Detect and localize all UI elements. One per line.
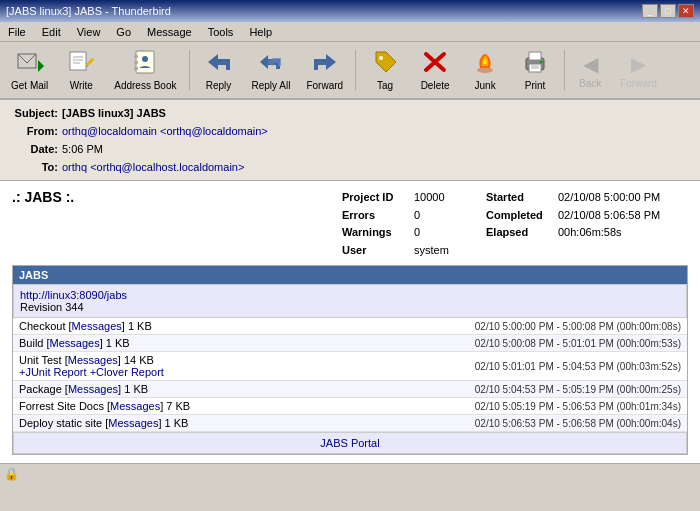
minimize-button[interactable]: _ [642,4,658,18]
table-row: Deploy static site [Messages] 1 KB02/10 … [13,415,687,432]
reply-icon [206,50,232,78]
menu-view[interactable]: View [73,25,105,39]
svg-marker-16 [314,54,336,70]
back-button[interactable]: ◀ Back [570,45,610,95]
titlebar: [JABS linux3] JABS - Thunderbird _ □ ✕ [0,0,700,22]
jabs-url-row: http://linux3:8090/jabs Revision 344 [13,284,687,318]
user-label: User [342,242,402,260]
forward-icon [312,50,338,78]
table-row: Package [Messages] 1 KB02/10 5:04:53 PM … [13,381,687,398]
info-table: Project ID 10000 Started 02/10/08 5:00:0… [342,189,688,259]
messages-link[interactable]: Messages [110,400,160,412]
elapsed-label: Elapsed [486,224,546,242]
svg-rect-22 [529,52,541,60]
row-size: 1 KB [128,320,152,332]
get-mail-button[interactable]: Get Mail [4,45,55,95]
forward-label: Forward [306,80,343,91]
extra-link[interactable]: +JUnit Report [19,366,87,378]
titlebar-controls: _ □ ✕ [642,4,694,18]
jabs-footer: JABS Portal [13,432,687,454]
nav-forward-label: Forward [620,78,657,89]
to-link[interactable]: orthq <orthq@localhost.localdomain> [62,158,244,176]
menu-tools[interactable]: Tools [204,25,238,39]
row-time: 02/10 5:04:53 PM - 5:05:19 PM (00h:00m:2… [475,384,681,395]
svg-marker-1 [38,60,44,72]
write-label: Write [70,80,93,91]
address-book-button[interactable]: Address Book [107,45,183,95]
subject-label: Subject: [8,104,58,122]
junk-label: Junk [475,80,496,91]
messages-link[interactable]: Messages [108,417,158,429]
print-icon [522,50,548,78]
email-body: .: JABS :. Project ID 10000 Started 02/1… [0,181,700,463]
messages-link[interactable]: Messages [72,320,122,332]
row-time: 02/10 5:00:08 PM - 5:01:01 PM (00h:00m:5… [475,338,681,349]
reply-button[interactable]: Reply [195,45,243,95]
svg-rect-2 [70,52,86,70]
reply-all-button[interactable]: Reply All [245,45,298,95]
row-label: Unit Test [19,354,62,366]
extra-link[interactable]: +Clover Report [90,366,164,378]
row-label: Deploy static site [19,417,102,429]
menu-file[interactable]: File [4,25,30,39]
warnings-value: 0 [414,224,474,242]
svg-rect-9 [134,55,138,58]
subject-value: [JABS linux3] JABS [62,104,166,122]
svg-point-17 [379,56,383,60]
row-size: 1 KB [106,337,130,349]
nav-forward-button[interactable]: ▶ Forward [612,45,665,95]
svg-point-26 [540,60,543,63]
messages-link[interactable]: Messages [68,354,118,366]
svg-rect-11 [134,67,138,70]
row-size: 7 KB [166,400,190,412]
menu-go[interactable]: Go [112,25,135,39]
maximize-button[interactable]: □ [660,4,676,18]
row-label: Checkout [19,320,65,332]
svg-marker-13 [208,54,230,70]
to-label: To: [8,158,58,176]
nav-forward-icon: ▶ [631,52,646,76]
table-row: Checkout [Messages] 1 KB02/10 5:00:00 PM… [13,318,687,335]
jabs-portal-link[interactable]: JABS Portal [320,437,379,449]
svg-rect-10 [134,61,138,64]
print-label: Print [525,80,546,91]
close-button[interactable]: ✕ [678,4,694,18]
status-icon: 🔒 [4,467,19,481]
from-label: From: [8,122,58,140]
errors-label: Errors [342,207,402,225]
print-button[interactable]: Print [511,45,559,95]
project-id-value: 10000 [414,189,474,207]
started-label: Started [486,189,546,207]
jabs-rows: Checkout [Messages] 1 KB02/10 5:00:00 PM… [13,318,687,432]
delete-label: Delete [421,80,450,91]
write-button[interactable]: Write [57,45,105,95]
email-header: Subject: [JABS linux3] JABS From: orthq@… [0,100,700,181]
write-icon [68,50,94,78]
forward-button[interactable]: Forward [299,45,350,95]
row-time: 02/10 5:05:19 PM - 5:06:53 PM (00h:01m:3… [475,401,681,412]
delete-button[interactable]: Delete [411,45,459,95]
completed-label: Completed [486,207,546,225]
messages-link[interactable]: Messages [68,383,118,395]
row-size: 14 KB [124,354,154,366]
table-row: Build [Messages] 1 KB02/10 5:00:08 PM - … [13,335,687,352]
tag-button[interactable]: Tag [361,45,409,95]
jabs-url-link[interactable]: http://linux3:8090/jabs [20,289,127,301]
started-value: 02/10/08 5:00:00 PM [558,189,688,207]
get-mail-icon [16,50,44,78]
menu-help[interactable]: Help [245,25,276,39]
svg-point-12 [142,56,148,62]
row-label: Build [19,337,43,349]
divider-3 [564,50,565,90]
delete-icon [422,50,448,78]
junk-button[interactable]: Junk [461,45,509,95]
menu-message[interactable]: Message [143,25,196,39]
address-book-icon [132,50,158,78]
row-label: Forrest Site Docs [19,400,104,412]
menu-edit[interactable]: Edit [38,25,65,39]
from-link[interactable]: orthq@localdomain <orthq@localdomain> [62,122,268,140]
messages-link[interactable]: Messages [50,337,100,349]
jabs-title: .: JABS :. [12,189,74,251]
row-size: 1 KB [124,383,148,395]
errors-value: 0 [414,207,474,225]
